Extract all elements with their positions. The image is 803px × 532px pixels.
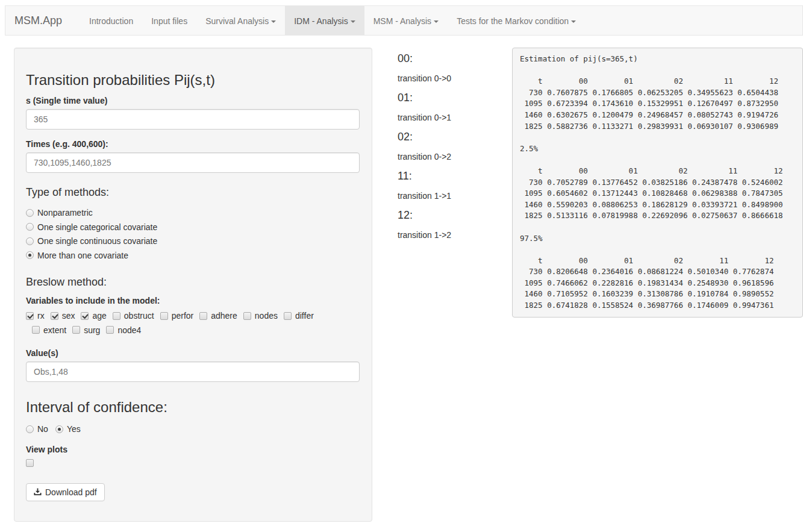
option-label: nodes xyxy=(255,309,278,322)
breslow-section-title: Breslow method: xyxy=(26,276,360,289)
s-input[interactable] xyxy=(26,109,360,130)
checkbox-option-rx[interactable]: rx xyxy=(26,309,45,322)
view-plots-group xyxy=(26,458,360,468)
checkbox-input[interactable] xyxy=(72,326,80,334)
radio-option-more-than-one-covariate[interactable]: More than one covariate xyxy=(26,251,128,260)
times-field-group: Times (e.g. 400,600): xyxy=(26,139,360,173)
values-input[interactable] xyxy=(26,361,360,382)
radio-row: One single categorical covariate xyxy=(26,221,360,235)
nav-item-introduction: Introduction xyxy=(80,6,142,35)
radio-input[interactable] xyxy=(26,209,34,217)
checkbox-input[interactable] xyxy=(51,312,58,320)
checkbox-option-surg[interactable]: surg xyxy=(72,324,100,337)
option-label: surg xyxy=(84,324,100,337)
radio-input[interactable] xyxy=(26,237,34,245)
checkbox-input[interactable] xyxy=(32,326,40,334)
nav-item-msm-analysis: MSM - Analysis xyxy=(364,6,448,35)
checkbox-input[interactable] xyxy=(199,312,207,320)
radio-option-nonparametric[interactable]: Nonparametric xyxy=(26,208,93,217)
transition-description: transition 1->1 xyxy=(398,191,512,201)
checkbox-input[interactable] xyxy=(160,312,168,320)
radio-option-no[interactable]: No xyxy=(26,424,48,434)
checkbox-option-sex[interactable]: sex xyxy=(51,309,75,322)
checkbox-input[interactable] xyxy=(113,312,120,320)
checkbox-input[interactable] xyxy=(26,312,34,320)
option-label: perfor xyxy=(172,309,194,322)
checkbox-option-obstruct[interactable]: obstruct xyxy=(113,309,154,322)
download-pdf-button[interactable]: Download pdf xyxy=(26,483,105,501)
checkbox-input[interactable] xyxy=(284,312,292,320)
nav-link[interactable]: IDM - Analysis xyxy=(285,6,364,35)
transition-code: 01: xyxy=(398,92,512,104)
option-label: sex xyxy=(62,309,75,322)
transition-probabilities-panel: Transition probabilities Pij(s,t) s (Sin… xyxy=(14,48,372,522)
option-label: No xyxy=(37,424,48,434)
values-field-label: Value(s) xyxy=(26,348,360,358)
option-label: One single categorical covariate xyxy=(37,222,157,232)
option-label: rx xyxy=(37,309,45,322)
nav-link[interactable]: Survival Analysis xyxy=(196,6,285,35)
caret-down-icon xyxy=(351,20,355,23)
checkbox-option-perfor[interactable]: perfor xyxy=(160,309,194,322)
radio-row: Nonparametric xyxy=(26,206,360,221)
radio-input[interactable] xyxy=(26,251,34,259)
values-field-group: Value(s) xyxy=(26,348,360,382)
radio-input[interactable] xyxy=(26,223,34,231)
checkbox-option-adhere[interactable]: adhere xyxy=(199,309,237,322)
option-label: adhere xyxy=(211,309,237,322)
view-plots-label: View plots xyxy=(26,445,360,454)
option-label: differ xyxy=(295,309,314,322)
confidence-section-title: Interval of confidence: xyxy=(26,399,360,416)
transition-description: transition 1->2 xyxy=(398,230,512,240)
option-label: One single continuous covariate xyxy=(37,236,157,246)
transition-code: 02: xyxy=(398,131,512,143)
nav-link[interactable]: Introduction xyxy=(80,6,142,35)
radio-option-one-single-categorical-covariate[interactable]: One single categorical covariate xyxy=(26,222,157,232)
radio-option-yes[interactable]: Yes xyxy=(55,424,81,434)
navbar-menu: IntroductionInput filesSurvival Analysis… xyxy=(80,6,585,35)
option-label: Nonparametric xyxy=(37,208,93,217)
nav-item-input-files: Input files xyxy=(142,6,196,35)
option-label: extent xyxy=(43,324,66,337)
download-icon xyxy=(34,488,42,496)
checkbox-option-nodes[interactable]: nodes xyxy=(243,309,278,322)
checkbox-option-extent[interactable]: extent xyxy=(32,324,66,337)
radio-option-one-single-continuous-covariate[interactable]: One single continuous covariate xyxy=(26,236,157,246)
checkbox-input[interactable] xyxy=(106,326,114,334)
option-label: obstruct xyxy=(124,309,154,322)
s-field-label: s (Single time value) xyxy=(26,96,360,105)
checkbox-option-differ[interactable]: differ xyxy=(284,309,314,322)
nav-item-idm-analysis: IDM - Analysis xyxy=(285,6,364,35)
view-plots-checkbox[interactable] xyxy=(26,459,34,467)
checkbox-input[interactable] xyxy=(81,312,89,320)
nav-item-survival-analysis: Survival Analysis xyxy=(196,6,285,35)
radio-row: One single continuous covariate xyxy=(26,234,360,249)
option-label: Yes xyxy=(67,424,81,434)
checkbox-input[interactable] xyxy=(243,312,251,320)
times-field-label: Times (e.g. 400,600): xyxy=(26,139,360,149)
transition-description: transition 0->0 xyxy=(398,74,512,83)
radio-row: More than one covariate xyxy=(26,249,360,263)
form-column: Transition probabilities Pij(s,t) s (Sin… xyxy=(14,48,372,522)
nav-item-tests-for-the-markov-condition: Tests for the Markov condition xyxy=(448,6,585,35)
checkbox-option-node4[interactable]: node4 xyxy=(106,324,141,337)
times-input[interactable] xyxy=(26,152,360,173)
transitions-column: 00:transition 0->001:transition 0->102:t… xyxy=(372,48,512,248)
panel-title: Transition probabilities Pij(s,t) xyxy=(26,72,360,89)
transition-code: 00: xyxy=(398,52,512,65)
checkbox-option-age[interactable]: age xyxy=(81,309,106,322)
variables-label: Variables to include in the model: xyxy=(26,296,360,305)
nav-link[interactable]: MSM - Analysis xyxy=(364,6,448,35)
radio-input[interactable] xyxy=(26,425,34,433)
download-button-label: Download pdf xyxy=(45,487,97,497)
radio-input[interactable] xyxy=(55,425,63,433)
methods-radio-group: NonparametricOne single categorical cova… xyxy=(26,206,360,263)
transition-description: transition 0->2 xyxy=(398,152,512,161)
option-label: age xyxy=(92,309,106,322)
option-label: More than one covariate xyxy=(37,251,128,260)
nav-link[interactable]: Tests for the Markov condition xyxy=(448,6,585,35)
nav-link[interactable]: Input files xyxy=(142,6,196,35)
navbar-brand[interactable]: MSM.App xyxy=(5,6,71,35)
caret-down-icon xyxy=(571,20,576,23)
s-field-group: s (Single time value) xyxy=(26,96,360,130)
